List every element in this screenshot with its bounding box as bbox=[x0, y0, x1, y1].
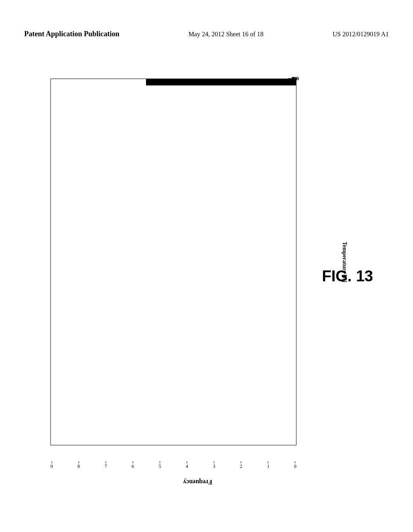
x-label-4: 4 bbox=[186, 463, 188, 470]
x-axis-title: Frequency bbox=[183, 478, 213, 486]
x-label-3: 3 bbox=[213, 463, 215, 470]
x-label-6: 6 bbox=[131, 463, 134, 470]
x-label-1: 1 bbox=[267, 463, 269, 470]
publication-number: US 2012/0129019 A1 bbox=[332, 31, 389, 38]
figure-label: FIG. 13 bbox=[322, 268, 373, 285]
bar-55c bbox=[220, 79, 296, 85]
x-label-8: 8 bbox=[77, 463, 80, 470]
publication-title: Patent Application Publication bbox=[24, 30, 119, 38]
publication-date-sheet: May 24, 2012 Sheet 16 of 18 bbox=[188, 31, 263, 38]
y-label-30: 30 bbox=[292, 76, 296, 82]
x-label-7: 7 bbox=[104, 463, 107, 470]
y-axis-ticks: 110 105 100 95 90 85 80 75 bbox=[288, 79, 321, 445]
x-label-5: 5 bbox=[159, 463, 161, 470]
x-label-2: 2 bbox=[240, 463, 242, 470]
x-label-9: 9 bbox=[50, 463, 53, 470]
x-axis-labels: 9 8 7 6 5 4 3 2 bbox=[50, 461, 296, 470]
chart-wrapper: 110 105 100 95 90 85 80 75 bbox=[22, 62, 373, 490]
chart-plot-border bbox=[50, 79, 296, 445]
x-label-0: 0 bbox=[294, 463, 296, 470]
page-header: Patent Application Publication May 24, 2… bbox=[0, 30, 413, 38]
